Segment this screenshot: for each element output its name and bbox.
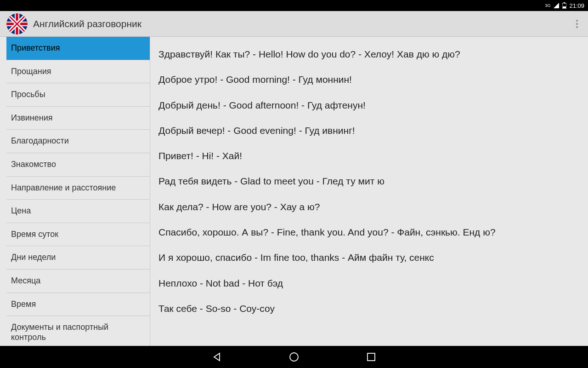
phrase-row[interactable]: И я хорошо, спасибо - Im fine too, thank… <box>158 251 580 264</box>
sidebar-item[interactable]: Время <box>6 293 150 316</box>
sidebar-item[interactable]: Документы и паспортный контроль <box>6 316 150 346</box>
phrase-row[interactable]: Здравствуй! Как ты? - Hello! How do you … <box>158 48 580 60</box>
content-area[interactable]: Здравствуй! Как ты? - Hello! How do you … <box>150 37 588 346</box>
battery-icon <box>562 2 566 9</box>
sidebar-item[interactable]: Прощания <box>6 60 150 84</box>
sidebar-item[interactable]: Время суток <box>6 223 150 247</box>
phrase-row[interactable]: Доброе утро! - Good morning! - Гуд монни… <box>158 73 580 86</box>
sidebar-item-label: Документы и паспортный контроль <box>11 322 108 342</box>
sidebar-item-label: Направление и расстояние <box>11 183 116 192</box>
phrase-row[interactable]: Добрый день! - Good afternoon! - Гуд афт… <box>158 99 580 111</box>
sidebar-item-label: Месяца <box>11 276 40 285</box>
sidebar-item-label: Цена <box>11 206 31 215</box>
status-bar: 3G 21:09 <box>0 0 588 11</box>
sidebar-item-label: Прощания <box>11 67 51 76</box>
sidebar-item[interactable]: Знакомство <box>6 153 150 177</box>
main-content: ПриветствияПрощанияПросьбыИзвиненияБлаго… <box>0 37 588 346</box>
sidebar-item[interactable]: Приветствия <box>6 37 150 60</box>
overflow-menu-button[interactable] <box>572 15 582 33</box>
app-bar: Английский разговорник <box>0 11 588 37</box>
svg-rect-2 <box>563 6 566 8</box>
phrase-row[interactable]: Добрый вечер! - Good evening! - Гуд ивни… <box>158 124 580 137</box>
phrase-row[interactable]: Неплохо - Not bad - Нот бэд <box>158 277 580 289</box>
sidebar-item-label: Время суток <box>11 230 58 239</box>
phrase-row[interactable]: Рад тебя видеть - Glad to meet you - Гле… <box>158 175 580 187</box>
sidebar-item-label: Время <box>11 299 36 309</box>
sidebar-item-label: Благодарности <box>11 136 69 145</box>
sidebar-item[interactable]: Дни недели <box>6 246 150 270</box>
sidebar-item-label: Просьбы <box>11 90 45 99</box>
phrase-row[interactable]: Спасибо, хорошо. А вы? - Fine, thank you… <box>158 226 580 238</box>
network-label: 3G <box>545 3 550 8</box>
phrase-row[interactable]: Так себе - So-so - Соу-соу <box>158 302 580 315</box>
sidebar-item[interactable]: Направление и расстояние <box>6 177 150 200</box>
navigation-bar <box>0 346 588 368</box>
sidebar-item-label: Извинения <box>11 113 53 122</box>
phrase-row[interactable]: Как дела? - How are you? - Хау а ю? <box>158 201 580 213</box>
sidebar-item-label: Знакомство <box>11 160 56 169</box>
recents-button[interactable] <box>365 351 378 363</box>
app-title: Английский разговорник <box>33 18 567 29</box>
svg-point-9 <box>290 353 298 361</box>
back-button[interactable] <box>210 351 223 363</box>
sidebar-item[interactable]: Месяца <box>6 270 150 293</box>
sidebar-item-label: Приветствия <box>11 43 60 52</box>
signal-icon <box>553 2 560 9</box>
app-icon <box>6 13 28 34</box>
phrase-row[interactable]: Привет! - Hi! - Хай! <box>158 150 580 162</box>
svg-rect-1 <box>564 2 565 3</box>
sidebar-item[interactable]: Цена <box>6 200 150 223</box>
sidebar-item-label: Дни недели <box>11 253 56 262</box>
sidebar[interactable]: ПриветствияПрощанияПросьбыИзвиненияБлаго… <box>0 37 150 346</box>
sidebar-item[interactable]: Извинения <box>6 107 150 130</box>
home-button[interactable] <box>288 351 300 363</box>
clock: 21:09 <box>569 2 584 9</box>
sidebar-item[interactable]: Просьбы <box>6 83 150 107</box>
svg-rect-10 <box>368 353 375 361</box>
sidebar-item[interactable]: Благодарности <box>6 130 150 153</box>
